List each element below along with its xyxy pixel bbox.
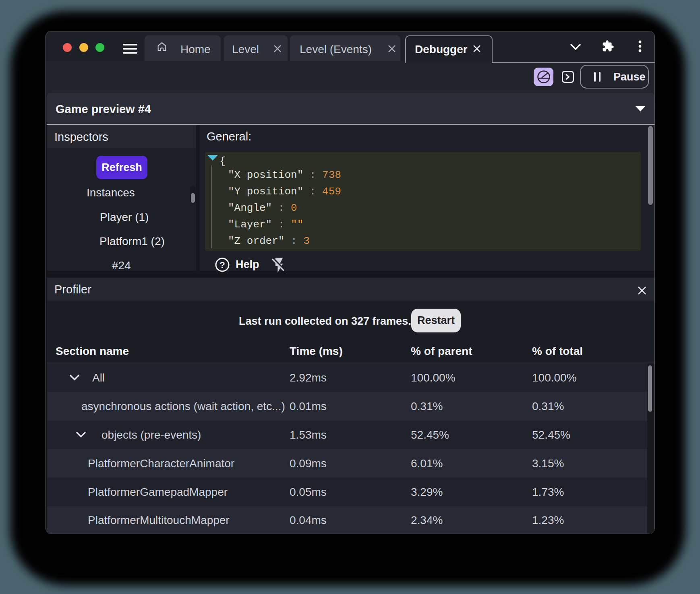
svg-text:?: ? [220, 260, 225, 270]
